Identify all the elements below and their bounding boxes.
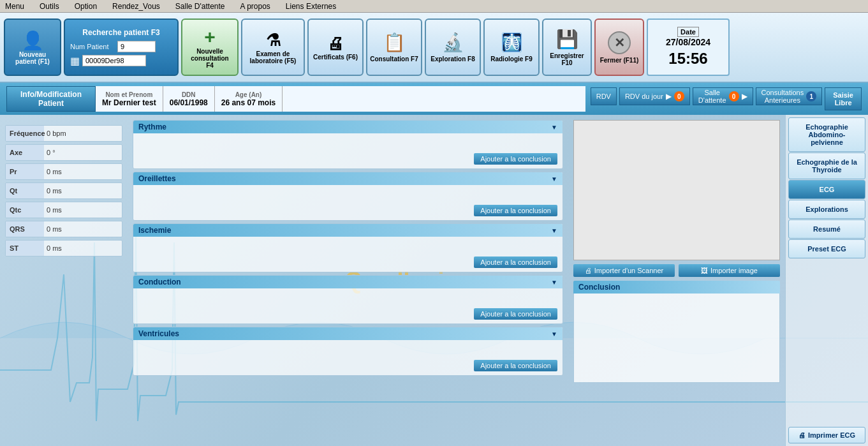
patient-ddn-col: DDN 06/01/1998 [163,86,215,112]
center-ecg-panel: Rythme ▼ Ajouter a la conclusion Oreille… [128,115,568,446]
qtc-label: Qtc [6,202,44,218]
rythme-ajouter-button[interactable]: Ajouter a la conclusion [474,153,557,165]
measurement-row-axe: Axe 0 ° [5,144,122,161]
rdv-button[interactable]: RDV [591,87,617,105]
ecg-label: ECG [820,186,835,193]
conduction-dropdown-icon[interactable]: ▼ [551,279,557,286]
menu-apropos[interactable]: A propos [237,2,272,11]
ecg-button[interactable]: ECG [788,180,865,199]
echographie-thyroide-label: Echographie de la Thyroide [797,158,857,174]
recherche-patient-label: Recherche patient F3 [70,28,172,37]
ventricules-header: Ventricules ▼ [133,327,563,340]
saisie-libre-button[interactable]: SaisieLibre [825,87,862,110]
nouvelle-consultation-label: NouvelleconsultationF4 [191,48,228,69]
explorations-label: Explorations [805,205,848,213]
plus-icon: + [204,26,216,48]
left-measurements-panel: Fréquence 0 bpm Axe 0 ° Pr 0 ms Qt 0 ms … [0,115,128,446]
import-scanner-button[interactable]: 🖨 Importer d'un Scanner [573,264,675,277]
info-modification-patient-button[interactable]: Info/ModificationPatient [6,86,96,112]
preset-ecg-button[interactable]: Preset ECG [788,239,865,258]
nouveau-patient-label: Nouveaupatient (F1) [15,51,50,65]
age-value: 26 ans 07 mois [221,98,276,107]
measurement-row-frequence: Fréquence 0 bpm [5,125,122,142]
qrs-label: QRS [6,221,44,237]
echographie-abdomino-label: Echographie Abdomino-pelvienne [805,123,848,146]
nom-value: Mr Dernier test [102,98,156,107]
menu-rendezvous[interactable]: Rendez_Vous [110,2,163,11]
axe-label: Axe [6,145,44,160]
consultations-anterieures-button[interactable]: ConsultationsAnterieures 1 [756,87,823,105]
oreillettes-ajouter-button[interactable]: Ajouter a la conclusion [474,205,557,216]
rdv-label: RDV [596,93,611,100]
num-patient-input[interactable] [117,41,156,52]
nouveau-patient-button[interactable]: 👤 Nouveaupatient (F1) [4,19,61,76]
radiologie-f9-label: Radiologie F9 [490,56,533,63]
st-value: 0 ms [44,244,122,252]
ischemie-dropdown-icon[interactable]: ▼ [551,227,557,234]
rythme-header: Rythme ▼ [133,121,563,133]
consultation-f7-button[interactable]: 📋 Consultation F7 [366,19,422,76]
scanner-icon: 🖨 [585,267,592,274]
menu-outils[interactable]: Outils [37,2,62,11]
salle-attente-button[interactable]: SalleD'attente 0 ▶ [693,87,753,105]
ddn-header: DDN [182,91,196,98]
salle-badge: 0 [729,91,739,101]
enregistrer-label: EnregistrerF10 [550,52,584,66]
save-icon: 💾 [556,29,578,50]
conduction-ajouter-button[interactable]: Ajouter a la conclusion [474,308,557,320]
resume-button[interactable]: Resumé [788,219,865,239]
ventricules-ajouter-button[interactable]: Ajouter a la conclusion [474,360,557,371]
time-value: 15:56 [668,50,707,68]
menu-menu[interactable]: Menu [3,2,27,11]
imprimer-ecg-button[interactable]: 🖨 Imprimer ECG [788,427,865,443]
close-circle-icon: ✕ [608,31,631,54]
frequence-value: 0 bpm [44,130,122,137]
menu-option[interactable]: Option [72,2,99,11]
right-image-panel: 🖨 Importer d'un Scanner 🖼 Importer image… [568,115,785,446]
exploration-f8-label: Exploration F8 [430,56,474,63]
salle-attente-label: SalleD'attente [698,89,726,104]
conclusion-header: Conclusion [573,281,780,294]
exploration-icon: 🔬 [442,32,464,53]
exploration-f8-button[interactable]: 🔬 Exploration F8 [425,19,481,76]
main-content: Quedkeries.com Fréquence 0 bpm Axe 0 ° P… [0,115,868,446]
ischemie-header: Ischemie ▼ [133,224,563,237]
fermer-label: Fermer (F11) [600,57,639,64]
certificate-icon: 🖨 [327,34,344,54]
imprimer-ecg-label: Imprimer ECG [808,431,855,439]
age-header: Age (An) [235,91,262,98]
examen-labo-label: Examen delaboratoire (F5) [250,50,297,64]
import-image-button[interactable]: 🖼 Importer image [679,264,780,277]
rythme-dropdown-icon[interactable]: ▼ [551,124,557,131]
examen-labo-button[interactable]: ⚗ Examen delaboratoire (F5) [241,19,305,76]
menu-salle-attente[interactable]: Salle D'attente [173,2,228,11]
echographie-thyroide-button[interactable]: Echographie de la Thyroide [788,152,865,179]
echographie-abdomino-button[interactable]: Echographie Abdomino-pelvienne [788,117,865,152]
enregistrer-button[interactable]: 💾 EnregistrerF10 [542,19,592,76]
conclusion-body[interactable] [573,294,780,383]
qrs-value: 0 ms [44,225,122,233]
ventricules-dropdown-icon[interactable]: ▼ [551,331,557,338]
measurement-row-st: ST 0 ms [5,240,122,256]
oreillettes-dropdown-icon[interactable]: ▼ [551,175,557,182]
nom-header: Nom et Prenom [105,91,152,98]
fermer-button[interactable]: ✕ Fermer (F11) [594,19,644,76]
menu-liens-externes[interactable]: Liens Externes [283,2,339,11]
explorations-button[interactable]: Explorations [788,200,865,219]
rythme-body: Ajouter a la conclusion [133,133,563,168]
oreillettes-label: Oreillettes [138,174,176,183]
qtc-value: 0 ms [44,206,122,214]
arrow-right-icon2: ▶ [742,92,747,101]
ischemie-ajouter-button[interactable]: Ajouter a la conclusion [474,256,557,268]
barcode-icon: ▦ [70,55,80,67]
barcode-input[interactable] [82,55,146,66]
nav-buttons: RDV RDV du jour ▶ 0 SalleD'attente 0 ▶ C… [591,87,862,110]
conclusion-box: Conclusion [573,281,780,441]
rdv-du-jour-button[interactable]: RDV du jour ▶ 0 [619,87,690,105]
ecg-image-box [573,120,780,260]
radiologie-f9-button[interactable]: 🩻 Radiologie F9 [483,19,540,76]
far-right-panel: Echographie Abdomino-pelvienne Echograph… [785,115,868,446]
measurement-row-qtc: Qtc 0 ms [5,202,122,218]
certificats-button[interactable]: 🖨 Certificats (F6) [307,19,364,76]
nouvelle-consultation-button[interactable]: + NouvelleconsultationF4 [181,19,239,76]
